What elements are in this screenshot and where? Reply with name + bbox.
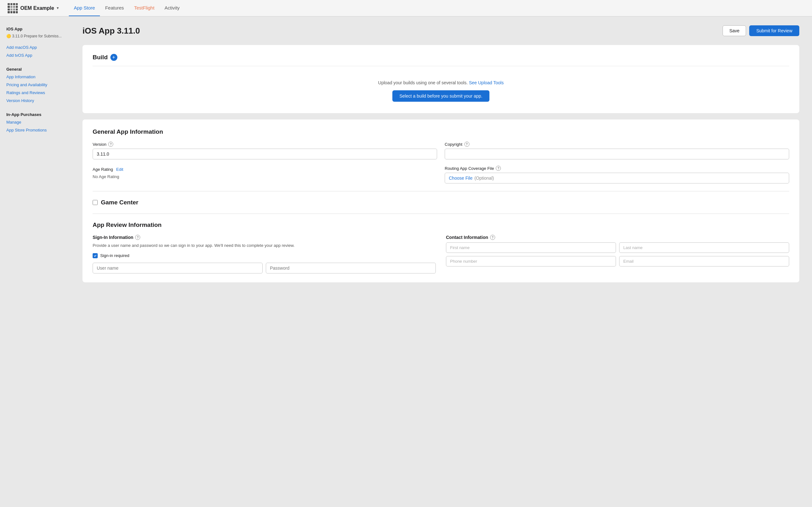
age-rating-value: No Age Rating <box>93 174 437 179</box>
sidebar-general-title: General <box>0 66 70 73</box>
sign-in-section: Sign-In Information ? Provide a user nam… <box>93 235 436 274</box>
sign-in-title: Sign-In Information ? <box>93 235 436 240</box>
username-input[interactable] <box>93 263 263 274</box>
routing-group: Routing App Coverage File ? Choose File … <box>445 166 789 183</box>
sidebar-iap-title: In-App Purchases <box>0 111 70 118</box>
sign-in-desc: Provide a user name and password so we c… <box>93 242 436 249</box>
contact-phone-email-row <box>446 256 789 267</box>
save-button[interactable]: Save <box>722 25 746 36</box>
main-content: iOS App 3.11.0 Save Submit for Review Bu… <box>70 16 812 507</box>
section-divider-2 <box>93 214 789 214</box>
build-upload-area: Upload your builds using one of several … <box>93 72 789 104</box>
build-add-button[interactable]: + <box>110 54 117 61</box>
game-center-section: Game Center <box>93 199 789 206</box>
submit-for-review-button[interactable]: Submit for Review <box>749 25 799 36</box>
build-section: Build + Upload your builds using one of … <box>83 45 799 113</box>
nav-link-testflight[interactable]: TestFlight <box>129 0 159 16</box>
sidebar: iOS App 🟡 3.11.0 Prepare for Submiss... … <box>0 16 70 507</box>
credentials-row <box>93 263 436 274</box>
contact-info-section: Contact Information ? <box>446 235 789 274</box>
choose-file-link-text: Choose File <box>449 176 473 181</box>
build-header: Build + <box>93 54 789 66</box>
general-app-info-section: General App Information Version ? Copyri… <box>83 119 799 282</box>
contact-info-title: Contact Information ? <box>446 235 789 240</box>
top-nav: OEM Example ▾ App Store Features TestFli… <box>0 0 812 16</box>
last-name-input[interactable] <box>619 242 789 253</box>
sidebar-item-promotions[interactable]: App Store Promotions <box>0 126 70 134</box>
logo-text: OEM Example <box>20 5 54 11</box>
nav-link-activity[interactable]: Activity <box>159 0 185 16</box>
page-header: iOS App 3.11.0 Save Submit for Review <box>83 25 799 36</box>
header-buttons: Save Submit for Review <box>722 25 799 36</box>
phone-input[interactable] <box>446 256 616 267</box>
age-rating-group: Age Rating Edit No Age Rating <box>93 166 437 183</box>
routing-help-icon[interactable]: ? <box>496 166 501 171</box>
game-center-title: Game Center <box>101 199 138 206</box>
app-review-columns: Sign-In Information ? Provide a user nam… <box>93 235 789 274</box>
sign-in-required-label: Sign-in required <box>100 253 130 258</box>
version-help-icon[interactable]: ? <box>108 142 113 147</box>
copyright-help-icon[interactable]: ? <box>464 142 469 147</box>
sidebar-item-version-history[interactable]: Version History <box>0 97 70 105</box>
app-review-title: App Review Information <box>93 222 789 228</box>
age-rating-edit-link[interactable]: Edit <box>116 167 123 172</box>
contact-name-row <box>446 242 789 253</box>
email-input[interactable] <box>619 256 789 267</box>
see-upload-tools-link[interactable]: See Upload Tools <box>469 80 503 85</box>
logo-chevron-icon: ▾ <box>57 6 59 10</box>
nav-link-app-store[interactable]: App Store <box>69 0 100 16</box>
nav-link-features[interactable]: Features <box>100 0 129 16</box>
sidebar-item-manage[interactable]: Manage <box>0 118 70 126</box>
build-upload-text: Upload your builds using one of several … <box>93 80 789 85</box>
sidebar-add-macos[interactable]: Add macOS App <box>0 43 70 51</box>
version-input[interactable] <box>93 149 437 159</box>
copyright-label: Copyright ? <box>445 142 789 147</box>
choose-file-button[interactable]: Choose File (Optional) <box>445 173 789 183</box>
sidebar-add-tvos[interactable]: Add tvOS App <box>0 51 70 59</box>
age-routing-row: Age Rating Edit No Age Rating Routing Ap… <box>93 166 789 183</box>
age-rating-label: Age Rating <box>93 167 113 172</box>
sidebar-item-pricing[interactable]: Pricing and Availability <box>0 81 70 89</box>
choose-file-optional-text: (Optional) <box>474 176 494 181</box>
sidebar-item-ratings[interactable]: Ratings and Reviews <box>0 89 70 97</box>
sign-in-required-row: Sign-in required <box>93 253 436 258</box>
routing-label: Routing App Coverage File ? <box>445 166 789 171</box>
select-build-button[interactable]: Select a build before you submit your ap… <box>392 90 490 102</box>
sidebar-item-app-information[interactable]: App Information <box>0 73 70 81</box>
app-version-badge: 🟡 3.11.0 Prepare for Submiss... <box>0 33 70 40</box>
first-name-input[interactable] <box>446 242 616 253</box>
general-app-info-title: General App Information <box>93 128 789 135</box>
password-input[interactable] <box>266 263 436 274</box>
logo-grid-icon <box>8 3 18 13</box>
app-logo[interactable]: OEM Example ▾ <box>8 3 59 13</box>
version-label: Version ? <box>93 142 437 147</box>
sign-in-help-icon[interactable]: ? <box>135 235 140 240</box>
version-copyright-row: Version ? Copyright ? <box>93 142 789 159</box>
sign-in-required-checkbox[interactable] <box>93 253 98 258</box>
copyright-group: Copyright ? <box>445 142 789 159</box>
section-divider-1 <box>93 191 789 191</box>
version-group: Version ? <box>93 142 437 159</box>
game-center-checkbox[interactable] <box>93 200 98 205</box>
page-layout: iOS App 🟡 3.11.0 Prepare for Submiss... … <box>0 16 812 507</box>
copyright-input[interactable] <box>445 149 789 159</box>
nav-links: App Store Features TestFlight Activity <box>69 0 185 16</box>
page-title: iOS App 3.11.0 <box>83 26 140 36</box>
build-title: Build <box>93 54 108 61</box>
contact-help-icon[interactable]: ? <box>490 235 495 240</box>
ios-app-title: iOS App <box>0 25 70 33</box>
